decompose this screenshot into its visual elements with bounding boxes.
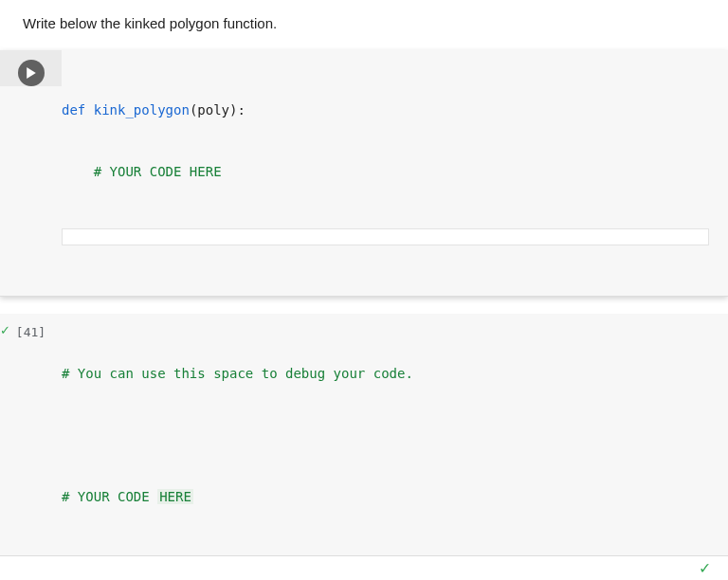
indent	[62, 164, 94, 179]
code-cell-41: ✓ [41] # You can use this space to debug…	[0, 314, 728, 580]
play-icon	[26, 67, 37, 79]
comment-here-highlight: HERE	[157, 489, 193, 504]
code-editor[interactable]: def kink_polygon(poly): # YOUR CODE HERE	[62, 50, 728, 296]
comment-debug: # You can use this space to debug your c…	[62, 366, 413, 381]
intro-text: Write below the kinked polygon function.	[23, 15, 277, 31]
signature-tail: (poly):	[190, 102, 246, 118]
comment-your-code: # YOUR CODE HERE	[94, 164, 222, 179]
code-blank-line[interactable]	[62, 228, 709, 245]
keyword-def: def	[62, 102, 85, 118]
check-icon: ✓	[0, 323, 10, 337]
markdown-intro: Write below the kinked polygon function.	[0, 15, 728, 31]
func-name: kink_polygon	[85, 102, 190, 118]
code-cell-kink-polygon: def kink_polygon(poly): # YOUR CODE HERE	[0, 50, 728, 297]
cell-gutter	[0, 50, 62, 86]
status-bar: ✓	[0, 555, 728, 580]
code-editor[interactable]: # You can use this space to debug your c…	[62, 314, 728, 559]
run-cell-button[interactable]	[18, 60, 45, 86]
status-check-icon: ✓	[699, 559, 711, 577]
comment-your-code-pre: # YOUR CODE	[62, 489, 157, 504]
cell-gutter: ✓ [41]	[0, 314, 62, 339]
cell-execution-count: [41]	[16, 325, 46, 339]
